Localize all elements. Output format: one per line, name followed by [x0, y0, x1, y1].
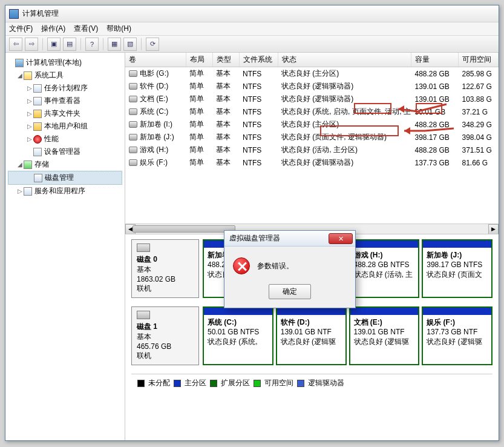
dialog-ok-button[interactable]: 确定	[269, 284, 311, 299]
dialog-titlebar[interactable]: 虚拟磁盘管理器 ✕	[224, 231, 355, 247]
volume-row[interactable]: 系统 (C:)简单基本NTFS状态良好 (系统, 启动, 页面文件, 活动, 主…	[125, 105, 499, 118]
partition-size: 139.01 GB NTF	[281, 327, 342, 337]
volume-row[interactable]: 文档 (E:)简单基本NTFS状态良好 (逻辑驱动器)139.01 GB103.…	[125, 93, 499, 105]
vol-status: 状态良好 (主分区)	[278, 118, 411, 131]
vol-fs: NTFS	[239, 93, 278, 105]
volume-list[interactable]: 卷 布局 类型 文件系统 状态 容量 可用空间 电影 (G:)简单基本NTFS状…	[125, 53, 499, 234]
vol-cap: 139.01 GB	[411, 80, 459, 93]
legend: 未分配 主分区 扩展分区 可用空间 逻辑驱动器	[131, 374, 493, 392]
vol-free: 398.04 G	[459, 131, 499, 144]
computer-management-window: 计算机管理 文件(F) 操作(A) 查看(V) 帮助(H) ⇦ ⇨ ▣ ▤ ? …	[5, 5, 499, 441]
partition[interactable]: 游戏 (H:)488.28 GB NTFS状态良好 (活动, 主	[349, 239, 420, 298]
nav-back-button[interactable]: ⇦	[9, 38, 22, 51]
partition-status: 状态良好 (逻辑驱	[427, 337, 488, 346]
titlebar[interactable]: 计算机管理	[5, 5, 499, 22]
col-filesystem[interactable]: 文件系统	[239, 53, 278, 67]
partition[interactable]: 文档 (E:)139.01 GB NTF状态良好 (逻辑驱	[349, 306, 420, 365]
disk-icon	[137, 311, 150, 319]
tree-services-apps[interactable]: ▷服务和应用程序	[8, 185, 122, 197]
tree-label: 事件查看器	[44, 96, 80, 106]
tree-label: 磁盘管理	[45, 173, 74, 183]
vol-name: 新加卷 (I:)	[125, 118, 186, 131]
col-capacity[interactable]: 容量	[411, 53, 459, 67]
partition[interactable]: 软件 (D:)139.01 GB NTF状态良好 (逻辑驱	[276, 306, 347, 365]
nav-forward-button[interactable]: ⇨	[25, 38, 38, 51]
partition[interactable]: 系统 (C:)50.01 GB NTFS状态良好 (系统,	[203, 306, 273, 365]
partition-size: 137.73 GB NTF	[427, 327, 488, 337]
col-free[interactable]: 可用空间	[459, 53, 499, 67]
col-status[interactable]: 状态	[278, 53, 411, 67]
partition[interactable]: 新加卷 (J:)398.17 GB NTFS状态良好 (页面文	[422, 239, 493, 298]
error-icon	[233, 257, 250, 274]
scroll-right-arrow[interactable]: ▶	[488, 224, 499, 234]
vol-layout: 简单	[186, 131, 212, 144]
vol-type: 基本	[212, 93, 239, 105]
toolbar-separator	[141, 38, 142, 50]
tree-label: 共享文件夹	[44, 108, 80, 119]
tree-storage[interactable]: ◢存储	[8, 158, 122, 171]
partition[interactable]: 娱乐 (F:)137.73 GB NTF状态良好 (逻辑驱	[422, 306, 493, 365]
volume-row[interactable]: 电影 (G:)简单基本NTFS状态良好 (主分区)488.28 GB285.98…	[125, 67, 499, 81]
tools-icon	[24, 71, 32, 80]
vol-type: 基本	[212, 144, 239, 156]
tree-root[interactable]: 计算机管理(本地)	[8, 56, 122, 69]
vol-layout: 简单	[186, 105, 212, 118]
tree-system-tools[interactable]: ◢系统工具	[8, 69, 122, 82]
vol-layout: 简单	[186, 118, 212, 131]
disk-info[interactable]: 磁盘 0基本1863.02 GB联机	[131, 239, 199, 298]
menu-view[interactable]: 查看(V)	[74, 24, 98, 34]
toolbar-btn-help[interactable]: ?	[85, 38, 99, 51]
vol-status: 状态良好 (逻辑驱动器)	[278, 156, 411, 169]
column-headers[interactable]: 卷 布局 类型 文件系统 状态 容量 可用空间	[125, 53, 499, 67]
menu-help[interactable]: 帮助(H)	[106, 24, 131, 34]
volume-row[interactable]: 娱乐 (F:)简单基本NTFS状态良好 (逻辑驱动器)137.73 GB81.6…	[125, 156, 499, 169]
tree-label: 存储	[34, 159, 49, 170]
col-layout[interactable]: 布局	[186, 53, 212, 67]
toolbar-btn-2[interactable]: ▤	[63, 38, 76, 51]
disk-icon	[137, 243, 150, 252]
toolbar-btn-1[interactable]: ▣	[47, 38, 61, 51]
tree-shared-folders[interactable]: ▷共享文件夹	[8, 107, 122, 120]
services-icon	[24, 187, 32, 196]
tree-performance[interactable]: ▷性能	[8, 133, 122, 145]
col-volume[interactable]: 卷	[125, 53, 186, 67]
tree-task-scheduler[interactable]: ▷任务计划程序	[8, 82, 122, 94]
drive-icon	[129, 147, 137, 153]
disk-info[interactable]: 磁盘 1基本465.76 GB联机	[131, 306, 199, 365]
vol-name: 文档 (E:)	[125, 93, 186, 105]
tree-device-manager[interactable]: 设备管理器	[8, 145, 122, 158]
vol-type: 基本	[212, 156, 239, 169]
tree-label: 设备管理器	[44, 147, 80, 157]
vol-type: 基本	[212, 67, 239, 81]
volume-row[interactable]: 软件 (D:)简单基本NTFS状态良好 (逻辑驱动器)139.01 GB122.…	[125, 80, 499, 93]
menu-file[interactable]: 文件(F)	[9, 24, 33, 34]
vol-type: 基本	[212, 131, 239, 144]
tree-event-viewer[interactable]: ▷事件查看器	[8, 94, 122, 107]
vol-fs: NTFS	[239, 144, 278, 156]
tree-disk-management[interactable]: 磁盘管理	[8, 171, 122, 185]
disk-row[interactable]: 磁盘 1基本465.76 GB联机系统 (C:)50.01 GB NTFS状态良…	[131, 306, 493, 365]
toolbar-btn-4[interactable]: ▧	[123, 38, 137, 51]
tree-local-users[interactable]: ▷本地用户和组	[8, 120, 122, 133]
menu-action[interactable]: 操作(A)	[41, 24, 65, 34]
legend-label: 可用空间	[264, 378, 293, 388]
vol-fs: NTFS	[239, 67, 278, 81]
dialog-close-button[interactable]: ✕	[329, 233, 353, 244]
volume-row[interactable]: 新加卷 (I:)简单基本NTFS状态良好 (主分区)488.28 GB348.2…	[125, 118, 499, 131]
nav-tree[interactable]: 计算机管理(本地) ◢系统工具 ▷任务计划程序 ▷事件查看器 ▷共享文件夹 ▷本…	[5, 53, 125, 440]
error-dialog[interactable]: 虚拟磁盘管理器 ✕ 参数错误。 确定	[224, 230, 356, 308]
tree-label: 任务计划程序	[44, 83, 88, 93]
scroll-thumb[interactable]	[133, 225, 235, 233]
drive-icon	[129, 159, 137, 166]
partition-size: 139.01 GB NTF	[354, 327, 415, 337]
legend-label: 扩展分区	[221, 378, 250, 388]
partition-name: 系统 (C:)	[208, 317, 269, 327]
volume-row[interactable]: 新加卷 (J:)简单基本NTFS状态良好 (页面文件, 逻辑驱动器)398.17…	[125, 131, 499, 144]
col-type[interactable]: 类型	[212, 53, 239, 67]
partition-header	[423, 240, 491, 248]
toolbar-btn-refresh[interactable]: ⟳	[146, 38, 159, 51]
toolbar-btn-3[interactable]: ▦	[108, 38, 121, 51]
legend-swatch-unallocated	[137, 380, 145, 387]
perf-icon	[33, 135, 42, 144]
volume-row[interactable]: 游戏 (H:)简单基本NTFS状态良好 (活动, 主分区)488.28 GB37…	[125, 144, 499, 156]
